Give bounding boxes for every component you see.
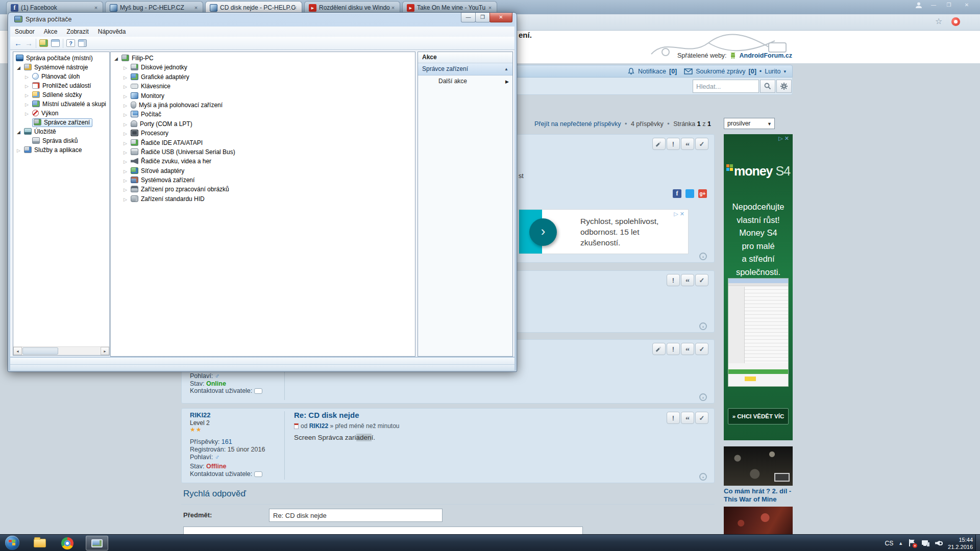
- expander-expanded-icon[interactable]: [17, 128, 24, 137]
- expander-collapsed-icon[interactable]: [124, 167, 131, 176]
- search-settings-gear-icon[interactable]: [776, 80, 792, 93]
- taskbar-chrome-button[interactable]: [56, 536, 79, 550]
- tab-close-icon[interactable]: [389, 5, 397, 12]
- accept-answer-button[interactable]: ✓: [695, 138, 708, 150]
- tab-close-icon[interactable]: [486, 5, 494, 12]
- show-desktop-button[interactable]: [975, 535, 980, 551]
- menu-akce[interactable]: Akce: [39, 28, 62, 35]
- report-post-button[interactable]: !: [667, 138, 680, 150]
- taskbar-computer-management-button[interactable]: [86, 536, 108, 550]
- facebook-share-icon[interactable]: f: [673, 189, 681, 198]
- maximize-button[interactable]: ❐: [475, 13, 490, 22]
- private-messages-link[interactable]: Soukromé zprávy: [696, 68, 745, 75]
- menu-napoveda[interactable]: Nápověda: [93, 28, 131, 35]
- username-menu[interactable]: Lurito: [765, 68, 780, 75]
- posts-value[interactable]: 161: [222, 438, 232, 445]
- quote-post-button[interactable]: “: [681, 412, 694, 424]
- device-radice-ide[interactable]: Řadiče IDE ATA/ATAPI: [111, 138, 415, 147]
- quote-post-button[interactable]: “: [681, 343, 694, 355]
- quote-post-button[interactable]: “: [681, 274, 694, 286]
- device-zarizeni-obrazku[interactable]: Zařízení pro zpracování obrázků: [111, 185, 415, 194]
- expander-collapsed-icon[interactable]: [124, 129, 131, 138]
- expander-collapsed-icon[interactable]: [124, 63, 131, 72]
- profile-avatar-icon[interactable]: [915, 2, 923, 9]
- bookmark-star-icon[interactable]: ☆: [935, 16, 942, 26]
- help-icon[interactable]: ?: [66, 39, 75, 47]
- back-to-top-icon[interactable]: ▴: [699, 473, 707, 481]
- actions-group-device-manager[interactable]: Správce zařízení▲: [418, 63, 512, 76]
- tree-item-sprava-pocitace[interactable]: Správa počítače (místní): [13, 54, 109, 63]
- close-button[interactable]: ✕: [489, 13, 512, 22]
- expander-collapsed-icon[interactable]: [25, 72, 32, 82]
- game-article-image-2[interactable]: [724, 507, 793, 534]
- back-to-top-icon[interactable]: ▴: [699, 393, 707, 401]
- accept-answer-button[interactable]: ✓: [695, 274, 708, 286]
- collapse-arrow-icon[interactable]: ▲: [504, 63, 508, 75]
- tree-item-vykon[interactable]: Výkon: [13, 109, 109, 118]
- device-radice-usb[interactable]: Řadiče USB (Universal Serial Bus): [111, 147, 415, 157]
- accept-answer-button[interactable]: ✓: [695, 412, 708, 424]
- export-list-icon[interactable]: [39, 39, 48, 47]
- expander-collapsed-icon[interactable]: [124, 73, 131, 82]
- ad-cta-button[interactable]: » CHCI VĚDĚT VÍC: [728, 408, 789, 424]
- googleplus-share-icon[interactable]: g+: [698, 189, 707, 198]
- device-porty[interactable]: Porty (COM a LPT): [111, 119, 415, 129]
- expander-collapsed-icon[interactable]: [124, 176, 131, 185]
- tree-item-uloziste[interactable]: Úložiště: [13, 127, 109, 136]
- quote-post-button[interactable]: “: [681, 138, 694, 150]
- expander-collapsed-icon[interactable]: [124, 185, 131, 194]
- action-center-flag-icon[interactable]: ✕: [908, 539, 916, 547]
- tree-item-sdilene-slozky[interactable]: Sdílené složky: [13, 90, 109, 99]
- back-to-top-icon[interactable]: ▴: [699, 253, 707, 260]
- device-graficke-adaptery[interactable]: Grafické adaptéry: [111, 72, 415, 82]
- start-button[interactable]: [5, 536, 19, 550]
- accept-answer-button[interactable]: ✓: [695, 343, 708, 355]
- expander-collapsed-icon[interactable]: [124, 120, 131, 129]
- forward-arrow-icon[interactable]: →: [25, 39, 33, 47]
- tree-item-planovac-uloh[interactable]: Plánovač úloh: [13, 72, 109, 81]
- tree-item-prohlizec-udalosti[interactable]: Prohlížeč událostí: [13, 81, 109, 90]
- expander-collapsed-icon[interactable]: [124, 195, 131, 204]
- tab-close-icon[interactable]: [291, 5, 299, 12]
- show-action-pane-icon[interactable]: [78, 39, 87, 47]
- inline-ad-banner[interactable]: › Rychlost, spolehlivost, odbornost. 15 …: [519, 209, 689, 254]
- tray-expand-icon[interactable]: ▲: [898, 541, 903, 546]
- expander-collapsed-icon[interactable]: [124, 157, 131, 166]
- tree-item-sprava-disku[interactable]: Správa disků: [13, 136, 109, 145]
- post-author[interactable]: RIKI22: [190, 411, 210, 419]
- device-procesory[interactable]: Procesory: [111, 129, 415, 138]
- twitter-share-icon[interactable]: [685, 189, 694, 198]
- device-sitove-adaptery[interactable]: Síťové adaptéry: [111, 166, 415, 176]
- report-post-button[interactable]: !: [667, 343, 680, 355]
- device-root-filip-pc[interactable]: Filip-PC: [111, 54, 415, 63]
- window-minimize-button[interactable]: —: [926, 1, 941, 9]
- expander-collapsed-icon[interactable]: [25, 100, 32, 109]
- clock[interactable]: 15:4421.2.2016: [948, 536, 973, 550]
- tab-close-icon[interactable]: [192, 5, 200, 12]
- style-selector-dropdown[interactable]: prosilver: [724, 118, 775, 129]
- expander-collapsed-icon[interactable]: [17, 146, 24, 155]
- scrollbar-thumb[interactable]: [22, 347, 58, 355]
- back-to-top-icon[interactable]: ▴: [699, 322, 707, 330]
- device-radice-zvuku[interactable]: Řadiče zvuku, videa a her: [111, 157, 415, 166]
- show-console-tree-icon[interactable]: [51, 39, 60, 47]
- window-close-button[interactable]: ✕: [957, 1, 977, 9]
- horizontal-scrollbar[interactable]: ◄ ►: [13, 346, 109, 355]
- expander-collapsed-icon[interactable]: [25, 109, 32, 118]
- message-bubble-icon[interactable]: [254, 388, 262, 394]
- expander-expanded-icon[interactable]: [17, 63, 24, 72]
- device-systemova-zarizeni[interactable]: Systémová zařízení: [111, 176, 415, 185]
- game-article-link[interactable]: Co mám hrát ? 2. díl - This War of Mine: [724, 487, 795, 504]
- scroll-right-arrow[interactable]: ►: [101, 347, 109, 355]
- device-hid[interactable]: Zařízení standardu HID: [111, 194, 415, 204]
- tree-item-sluzby-a-aplikace[interactable]: Služby a aplikace: [13, 145, 109, 155]
- extension-icon[interactable]: [951, 17, 960, 26]
- reply-textarea[interactable]: [183, 527, 583, 534]
- speaker-icon[interactable]: [935, 539, 943, 547]
- search-input[interactable]: [693, 80, 759, 93]
- tree-item-systemove-nastroje[interactable]: Systémové nástroje: [13, 63, 109, 72]
- device-pocitac[interactable]: Počítač: [111, 110, 415, 119]
- expander-collapsed-icon[interactable]: [124, 139, 131, 148]
- back-arrow-icon[interactable]: ←: [14, 39, 22, 47]
- report-post-button[interactable]: !: [667, 274, 680, 286]
